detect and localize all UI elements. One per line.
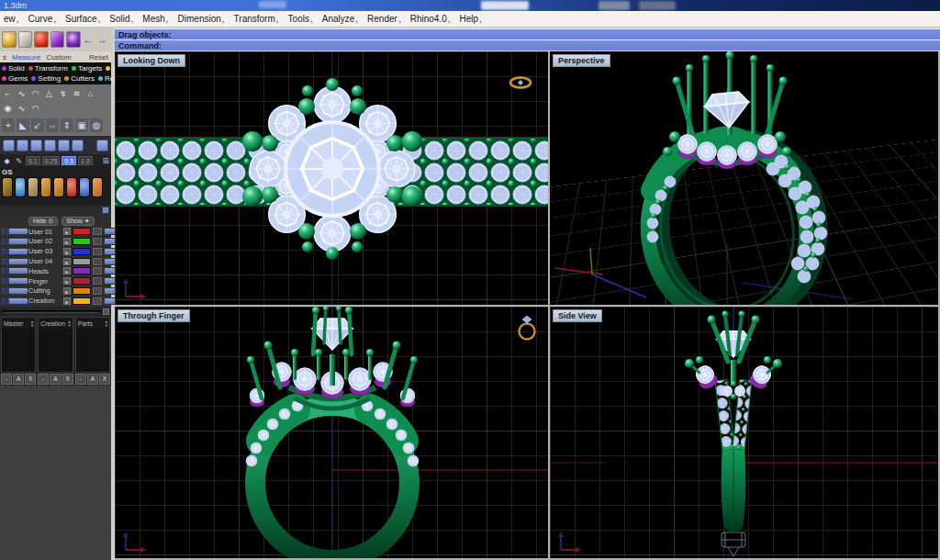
- slider-track[interactable]: [2, 310, 101, 313]
- curve-tool-icon[interactable]: ◠: [29, 103, 41, 115]
- tool-button[interactable]: [3, 140, 15, 151]
- menu-item-rhino40[interactable]: Rhino4.0: [408, 14, 457, 24]
- viewport-title-through-finger[interactable]: Through Finger: [118, 309, 190, 322]
- list-body[interactable]: [39, 329, 72, 372]
- menu-item-solid[interactable]: Solid: [106, 14, 140, 24]
- import-icon[interactable]: [53, 177, 64, 197]
- layer-toggle-button[interactable]: [1, 238, 28, 245]
- menu-item-transform[interactable]: Transform: [231, 14, 285, 24]
- tab-measure[interactable]: Measure: [12, 53, 40, 62]
- menu-item-dimension[interactable]: Dimension: [175, 14, 231, 24]
- layer-toggle-button[interactable]: [1, 258, 28, 265]
- delete-button[interactable]: X: [62, 374, 73, 385]
- sphere-icon[interactable]: [79, 177, 90, 197]
- spin-down-icon[interactable]: ▾: [68, 323, 71, 327]
- viewport-canvas-perspective[interactable]: [550, 51, 938, 305]
- layer-expand-button[interactable]: ▸: [63, 277, 71, 285]
- tool-button[interactable]: [44, 140, 56, 151]
- snap-value-button[interactable]: 1.0: [78, 156, 93, 165]
- list-body[interactable]: [2, 329, 35, 372]
- curve-tool-icon[interactable]: △: [43, 88, 55, 100]
- curve-tool-icon[interactable]: ≋: [71, 88, 83, 100]
- menu-item-mesh[interactable]: Mesh: [140, 14, 174, 24]
- add-button[interactable]: A: [13, 374, 24, 385]
- purple-cube-icon[interactable]: [50, 31, 65, 48]
- delete-button[interactable]: X: [99, 374, 110, 385]
- globe-tool-icon[interactable]: ◍: [90, 118, 103, 132]
- layer-expand-button[interactable]: ▸: [63, 258, 71, 265]
- spin-down-icon[interactable]: ▾: [31, 323, 34, 327]
- layer-color-swatch[interactable]: [73, 287, 91, 295]
- curve-tool-icon[interactable]: ⌐: [2, 88, 14, 100]
- mirror-v-tool-icon[interactable]: ⇕: [61, 118, 73, 132]
- layer-lock-button[interactable]: [93, 277, 102, 285]
- grid-toggle-icon[interactable]: ⊞: [102, 156, 109, 165]
- array-tool-icon[interactable]: ▣: [75, 118, 88, 132]
- tool-button[interactable]: [17, 140, 28, 151]
- viewport-perspective[interactable]: Perspective: [550, 51, 938, 305]
- viewport-title-looking-down[interactable]: Looking Down: [118, 54, 185, 67]
- command-input-line[interactable]: Command:: [115, 39, 940, 50]
- layer-expand-button[interactable]: ▸: [63, 297, 71, 305]
- gem-sphere-icon[interactable]: [66, 31, 81, 48]
- menu-item-help[interactable]: Help: [456, 14, 487, 24]
- menu-item-analyze[interactable]: Analyze: [319, 14, 364, 24]
- delete-button[interactable]: X: [25, 374, 36, 385]
- layer-toggle-button[interactable]: [1, 277, 28, 285]
- layer-lock-button[interactable]: [93, 238, 102, 245]
- curve-tool-icon[interactable]: ∿: [16, 88, 28, 100]
- layer-lock-button[interactable]: [93, 248, 102, 255]
- viewport-side-view[interactable]: Side View: [550, 307, 938, 558]
- gem-snap-icon[interactable]: ◆: [2, 157, 12, 165]
- filter-icon[interactable]: [2, 177, 13, 197]
- layer-toggle-button[interactable]: [1, 267, 28, 274]
- category-tab-setting[interactable]: Setting: [31, 74, 61, 83]
- add-button[interactable]: A: [50, 374, 61, 385]
- menu-item-tools[interactable]: Tools: [285, 14, 319, 24]
- add-button[interactable]: A: [87, 374, 98, 385]
- menu-item-curve[interactable]: Curve: [26, 14, 62, 24]
- layer-expand-button[interactable]: ▸: [63, 267, 71, 274]
- layer-color-swatch[interactable]: [73, 267, 91, 274]
- export-icon[interactable]: [40, 177, 51, 197]
- tab-partial[interactable]: s: [3, 53, 6, 62]
- globe-icon[interactable]: [15, 177, 26, 197]
- curve-tool-icon[interactable]: ◉: [2, 103, 14, 115]
- layer-lock-button[interactable]: [93, 267, 102, 274]
- gold-material-icon[interactable]: [2, 31, 17, 48]
- curve-tool-icon[interactable]: ↯: [57, 88, 69, 100]
- record-icon[interactable]: [66, 177, 77, 197]
- mirror-h-tool-icon[interactable]: ⇔: [46, 118, 59, 132]
- parts-list[interactable]: Parts ▴▾: [75, 317, 110, 373]
- layer-expand-button[interactable]: ▸: [63, 238, 71, 245]
- layer-expand-button[interactable]: ▸: [63, 248, 71, 255]
- curve-tool-icon[interactable]: ◠: [29, 88, 41, 100]
- figure-icon[interactable]: [92, 177, 103, 197]
- snap-value-button[interactable]: 0.1: [26, 156, 40, 165]
- master-list[interactable]: Master ▴▾: [1, 317, 36, 373]
- layer-lock-button[interactable]: [93, 228, 102, 235]
- pen-snap-icon[interactable]: ✎: [14, 157, 24, 165]
- layer-toggle-button[interactable]: [1, 228, 28, 235]
- tool-button[interactable]: [72, 140, 84, 151]
- category-tab-transform[interactable]: Transform: [28, 64, 68, 73]
- layer-lock-button[interactable]: [93, 297, 102, 305]
- snap-value-button-selected[interactable]: 0.5: [62, 156, 76, 165]
- curve-tool-icon[interactable]: ⌂: [84, 88, 96, 100]
- layer-toggle-button[interactable]: [1, 248, 28, 255]
- back-arrow-icon[interactable]: ←: [83, 31, 94, 48]
- brush-icon[interactable]: [28, 177, 39, 197]
- list-body[interactable]: [76, 329, 109, 372]
- viewport-canvas-through-finger[interactable]: [115, 307, 548, 558]
- tool-button[interactable]: [58, 140, 70, 151]
- title-bar[interactable]: 1.3dm: [0, 0, 940, 11]
- move-tool-icon[interactable]: +: [2, 118, 15, 132]
- layer-color-swatch[interactable]: [73, 258, 91, 265]
- show-button[interactable]: Show✦: [62, 217, 94, 226]
- layer-color-swatch[interactable]: [73, 228, 91, 235]
- forward-arrow-icon[interactable]: →: [96, 31, 107, 48]
- curve-tool-icon[interactable]: ∿: [16, 103, 28, 115]
- white-cube-icon[interactable]: [18, 31, 33, 48]
- remove-button[interactable]: -: [1, 374, 12, 385]
- menu-item-view[interactable]: ew: [1, 14, 26, 24]
